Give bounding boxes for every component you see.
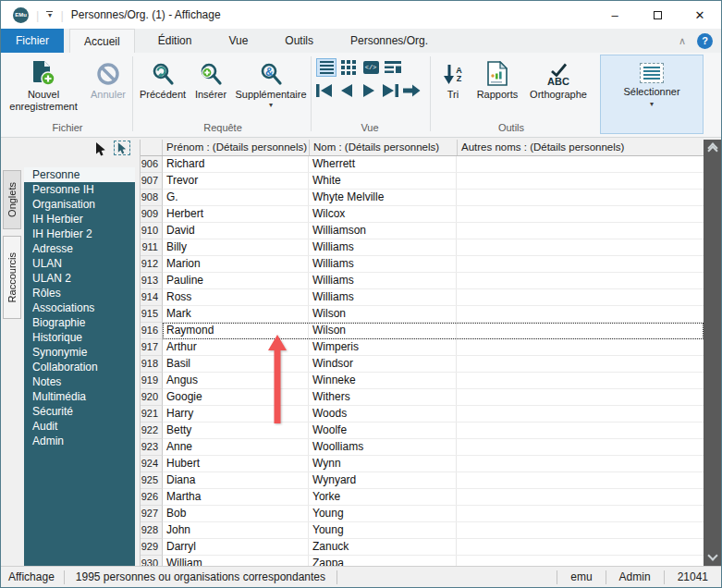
app-icon[interactable]: EMu	[13, 7, 29, 23]
table-row[interactable]: 919 Angus Winneke	[141, 373, 704, 389]
table-row[interactable]: 922 Betty Woolfe	[141, 423, 704, 439]
sidebar-module-item[interactable]: Synonymie	[24, 345, 135, 360]
insert-icon	[199, 56, 223, 86]
tab-accueil[interactable]: Accueil	[69, 29, 135, 53]
select-dropdown-icon[interactable]: ▾	[650, 100, 654, 108]
table-row[interactable]: 906 Richard Wherrett	[141, 156, 704, 173]
tab-fichier[interactable]: Fichier	[1, 29, 64, 53]
first-record-button[interactable]	[313, 82, 335, 99]
sidebar-module-item[interactable]: Organisation	[24, 197, 135, 212]
table-row[interactable]: 926 Martha Yorke	[141, 489, 704, 506]
help-button[interactable]: ?	[697, 33, 713, 49]
last-record-button[interactable]	[379, 82, 400, 99]
sidebar-module-item[interactable]: Personne	[24, 167, 135, 182]
scrollbar-up-icon[interactable]	[704, 144, 721, 154]
cell-prenom: William	[163, 556, 309, 566]
sidebar-module-item[interactable]: Collaboration	[24, 360, 135, 374]
cell-prenom: Mark	[163, 306, 309, 322]
table-row[interactable]: 920 Googie Withers	[141, 389, 704, 406]
ribbon-tab-bar: Fichier Accueil Édition Vue Outils Perso…	[1, 29, 721, 53]
table-row[interactable]: 929 Darryl Zanuck	[141, 539, 704, 556]
pointer-tool-icon[interactable]	[95, 142, 107, 160]
sidebar-module-item[interactable]: Historique	[24, 330, 135, 345]
table-row[interactable]: 924 Hubert Wynn	[141, 456, 704, 472]
new-record-button[interactable]: Nouvel enregistrement	[3, 56, 84, 113]
sidebar-module-item[interactable]: IH Herbier	[24, 212, 135, 227]
sidebar-module-item[interactable]: Notes	[24, 374, 135, 389]
table-row[interactable]: 911 Billy Williams	[141, 239, 704, 256]
select-button[interactable]: Sélectionner ▾	[600, 55, 704, 134]
sidebar-module-item[interactable]: Admin	[24, 434, 135, 448]
table-row[interactable]: 913 Pauline Williams	[141, 273, 704, 289]
sidebar-module-item[interactable]: IH Herbier 2	[24, 227, 135, 241]
close-button[interactable]: ✕	[679, 1, 721, 29]
maximize-button[interactable]	[636, 1, 679, 29]
sidebar-module-item[interactable]: Audit	[24, 419, 135, 434]
minimize-button[interactable]: –	[594, 1, 636, 29]
table-row[interactable]: 916 Raymond Wilson	[141, 323, 704, 339]
table-row[interactable]: 928 John Young	[141, 522, 704, 539]
sidebar-module-item[interactable]: Multimédia	[24, 389, 135, 404]
sidebar-module-item[interactable]: ULAN 2	[24, 271, 135, 286]
sidebar-tab-onglets[interactable]: Onglets	[3, 170, 21, 229]
tab-outils[interactable]: Outils	[271, 29, 327, 53]
table-row[interactable]: 910 David Williamson	[141, 223, 704, 239]
reports-label: Rapports	[477, 89, 519, 101]
spelling-button[interactable]: ABC Orthographe	[524, 56, 593, 101]
list-view-button[interactable]	[316, 58, 337, 77]
collapse-ribbon-icon[interactable]: ∧	[679, 36, 686, 46]
table-row[interactable]: 927 Bob Young	[141, 506, 704, 522]
table-row[interactable]: 925 Diana Wynyard	[141, 472, 704, 489]
table-row[interactable]: 909 Herbert Wilcox	[141, 206, 704, 223]
previous-record-button[interactable]	[336, 82, 357, 99]
select-pointer-tool-icon[interactable]	[114, 141, 130, 155]
sidebar-module-item[interactable]: Adresse	[24, 241, 135, 256]
additional-dropdown-icon[interactable]: ▾	[269, 101, 273, 109]
sort-button[interactable]: AZ Tri	[435, 56, 471, 101]
sidebar-module-item[interactable]: Biographie	[24, 315, 135, 330]
code-view-button[interactable]: </>	[361, 58, 381, 77]
table-row[interactable]: 915 Mark Wilson	[141, 306, 704, 323]
additional-query-label: Supplémentaire	[235, 89, 306, 101]
row-number: 929	[141, 539, 163, 556]
last-record-icon	[381, 83, 399, 98]
table-row[interactable]: 912 Marion Williams	[141, 256, 704, 273]
table-row[interactable]: 907 Trevor White	[141, 173, 704, 190]
goto-record-button[interactable]	[400, 82, 422, 99]
sidebar-tab-raccourcis[interactable]: Raccourcis	[3, 236, 21, 319]
cell-nom: Woolfe	[309, 423, 457, 438]
table-row[interactable]: 923 Anne Woolliams	[141, 439, 704, 456]
column-header-nom[interactable]: Nom : (Détails personnels)	[310, 140, 458, 155]
sidebar-module-item[interactable]: Rôles	[24, 286, 135, 300]
table-row[interactable]: 917 Arthur Wimperis	[141, 339, 704, 356]
tab-vue[interactable]: Vue	[214, 29, 262, 53]
additional-query-icon: &	[259, 56, 283, 86]
table-row[interactable]: 921 Harry Woods	[141, 406, 704, 423]
cell-nom: Williams	[309, 256, 457, 272]
table-row[interactable]: 930 William Zappa	[141, 556, 704, 566]
sidebar-module-item[interactable]: ULAN	[24, 256, 135, 271]
table-row[interactable]: 908 G. Whyte Melville	[141, 190, 704, 206]
record-view-button[interactable]	[383, 58, 403, 77]
next-record-button[interactable]	[358, 82, 379, 99]
tab-edition[interactable]: Édition	[144, 29, 206, 53]
insert-button[interactable]: Insérer	[191, 56, 230, 101]
sidebar-module-item[interactable]: Personne IH	[24, 182, 135, 197]
sidebar-module-item[interactable]: Associations	[24, 300, 135, 315]
sidebar-module-item[interactable]: Sécurité	[24, 404, 135, 419]
grid-view-button[interactable]	[338, 58, 359, 77]
quick-access-dropdown-icon[interactable]: ▾	[46, 11, 53, 18]
column-header-prenom[interactable]: Prénom : (Détails personnels)	[163, 140, 310, 155]
cell-autres-noms	[457, 522, 704, 538]
table-body: 906 Richard Wherrett 907 Trevor White 90…	[141, 156, 704, 566]
additional-query-button[interactable]: & Supplémentaire ▾	[232, 56, 310, 109]
table-scrollbar[interactable]	[704, 140, 721, 566]
cancel-button[interactable]: Annuler	[86, 56, 130, 101]
previous-query-button[interactable]: Précédent	[136, 56, 190, 101]
column-header-autres-noms[interactable]: Autres noms : (Détails personnels)	[458, 140, 704, 155]
reports-button[interactable]: Rapports	[472, 56, 522, 101]
row-number: 917	[141, 339, 163, 356]
tab-personnes-org[interactable]: Personnes/Org.	[337, 29, 442, 53]
table-row[interactable]: 914 Ross Williams	[141, 289, 704, 306]
table-row[interactable]: 918 Basil Windsor	[141, 356, 704, 373]
